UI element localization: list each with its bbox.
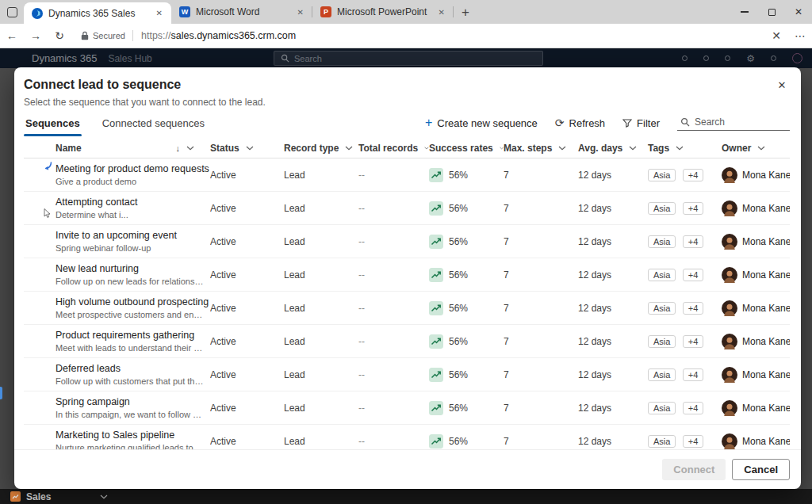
tag-pill-0[interactable]: Asia <box>648 402 676 414</box>
row-select-cell[interactable] <box>24 225 56 258</box>
tag-pill-0[interactable]: Asia <box>648 302 676 315</box>
column-header-owner[interactable]: Owner <box>722 143 790 154</box>
row-name-cell[interactable]: Product requirements gathering Meet with… <box>56 330 210 353</box>
row-record-type: Lead <box>284 369 358 380</box>
row-avg-days: 12 days <box>578 269 648 281</box>
row-name-cell[interactable]: High volume outbound prospecting Meet pr… <box>56 296 210 319</box>
app-header-icon[interactable] <box>771 55 776 61</box>
row-status: Active <box>210 269 284 281</box>
column-label: Total records <box>358 143 418 154</box>
create-new-sequence-button[interactable]: + Create new sequence <box>425 116 538 129</box>
sequence-search[interactable] <box>677 115 790 131</box>
row-select-cell[interactable] <box>24 192 56 224</box>
lock-icon <box>81 31 89 40</box>
maximize-button[interactable] <box>758 0 785 24</box>
tag-pill-1[interactable]: +4 <box>683 402 704 414</box>
column-header-total-records[interactable]: Total records <box>358 143 429 154</box>
tag-pill-0[interactable]: Asia <box>648 269 676 281</box>
table-row[interactable]: Invite to an upcoming event Spring webin… <box>24 225 790 258</box>
tab-connected-sequences[interactable]: Connected sequences <box>101 114 206 136</box>
tag-pill-1[interactable]: +4 <box>683 368 704 381</box>
tag-pill-1[interactable]: +4 <box>683 269 704 281</box>
row-name-cell[interactable]: Deferred leads Follow up with customers … <box>56 363 210 386</box>
row-name-cell[interactable]: Attempting contact Determine what i... <box>56 197 210 220</box>
tag-pill-0[interactable]: Asia <box>648 202 676 215</box>
close-window-button[interactable]: ✕ <box>785 0 812 24</box>
sequence-search-input[interactable] <box>695 116 787 128</box>
row-name-cell[interactable]: Invite to an upcoming event Spring webin… <box>56 230 210 253</box>
table-row[interactable]: High volume outbound prospecting Meet pr… <box>24 292 790 325</box>
table-row[interactable]: Attempting contact Determine what i... A… <box>24 192 790 225</box>
reload-button[interactable]: ↻ <box>48 29 71 42</box>
url-field[interactable]: https://sales.dynamics365.crm.com <box>141 30 296 41</box>
tab-close-icon[interactable]: ✕ <box>295 6 306 18</box>
tag-pill-0[interactable]: Asia <box>648 435 676 448</box>
row-name-cell[interactable]: New lead nurturing Follow up on new lead… <box>56 263 210 286</box>
app-search-input[interactable]: Search <box>274 51 543 66</box>
dialog-close-icon[interactable]: ✕ <box>772 75 791 94</box>
tab-close-icon[interactable]: ✕ <box>436 6 447 18</box>
table-row[interactable]: Product requirements gathering Meet with… <box>24 325 790 358</box>
minimize-button[interactable] <box>731 0 758 24</box>
clear-icon[interactable]: ✕ <box>764 29 788 42</box>
row-name-cell[interactable]: Meeting for product demo requests Give a… <box>56 163 210 186</box>
row-record-type: Lead <box>284 303 358 314</box>
row-select-cell[interactable] <box>24 325 56 357</box>
tag-pill-0[interactable]: Asia <box>648 335 676 348</box>
forward-button[interactable]: → <box>24 29 48 42</box>
column-header-record-type[interactable]: Record type <box>284 143 358 154</box>
row-name-cell[interactable]: Marketing to Sales pipeline Nurture mark… <box>56 430 210 449</box>
browser-tab-dynamics[interactable]: Dynamics 365 Sales ✕ <box>24 2 171 24</box>
row-max-steps: 7 <box>504 336 578 347</box>
browser-tab-powerpoint[interactable]: P Microsoft PowerPoint ✕ <box>312 0 454 24</box>
word-favicon: W <box>179 6 190 17</box>
app-header-icon[interactable] <box>682 55 688 61</box>
table-row[interactable]: Deferred leads Follow up with customers … <box>24 358 790 391</box>
chevron-down-icon[interactable] <box>100 494 108 499</box>
gear-icon[interactable]: ⚙ <box>746 53 755 64</box>
row-owner-cell: Mona Kane <box>722 300 790 316</box>
tag-pill-0[interactable]: Asia <box>648 169 676 181</box>
row-success-rate: 56% <box>449 336 468 347</box>
tag-pill-1[interactable]: +4 <box>683 435 704 448</box>
column-header-status[interactable]: Status <box>210 143 284 154</box>
table-row[interactable]: Marketing to Sales pipeline Nurture mark… <box>24 425 790 449</box>
row-select-cell[interactable] <box>24 258 56 291</box>
back-button[interactable]: ← <box>0 29 24 42</box>
table-row[interactable]: New lead nurturing Follow up on new lead… <box>24 258 790 292</box>
refresh-button[interactable]: ⟳ Refresh <box>555 117 605 129</box>
tab-actions-icon[interactable] <box>7 7 17 17</box>
table-row[interactable]: Meeting for product demo requests Give a… <box>24 158 790 192</box>
column-header-max-steps[interactable]: Max. steps <box>504 143 578 154</box>
row-select-cell[interactable] <box>24 292 56 324</box>
app-header-icon[interactable] <box>725 55 730 61</box>
row-select-cell[interactable] <box>24 358 56 391</box>
connect-button[interactable]: Connect <box>662 459 726 480</box>
tag-pill-1[interactable]: +4 <box>683 169 704 181</box>
more-menu-icon[interactable]: ⋯ <box>788 29 812 42</box>
browser-tab-word[interactable]: W Microsoft Word ✕ <box>171 0 312 24</box>
column-header-avg-days[interactable]: Avg. days <box>578 143 648 154</box>
tag-pill-0[interactable]: Asia <box>648 368 676 381</box>
row-select-cell[interactable] <box>24 425 56 449</box>
tab-sequences[interactable]: Sequences <box>24 114 82 136</box>
row-select-cell[interactable] <box>24 158 56 191</box>
row-select-cell[interactable] <box>24 391 56 424</box>
tab-close-icon[interactable]: ✕ <box>154 7 165 19</box>
new-tab-button[interactable]: + <box>462 6 469 19</box>
row-name: Meeting for product demo requests <box>56 163 210 174</box>
tag-pill-1[interactable]: +4 <box>683 235 704 248</box>
tag-pill-1[interactable]: +4 <box>683 202 704 215</box>
tag-pill-0[interactable]: Asia <box>648 235 676 248</box>
column-header-tags[interactable]: Tags <box>648 143 722 154</box>
tag-pill-1[interactable]: +4 <box>683 335 704 348</box>
column-header-name[interactable]: Name ↓ <box>56 143 210 154</box>
filter-button[interactable]: Filter <box>622 117 660 129</box>
column-header-success-rates[interactable]: Success rates <box>429 143 504 154</box>
app-header-icon[interactable] <box>703 55 709 61</box>
account-avatar[interactable] <box>792 53 802 63</box>
tag-pill-1[interactable]: +4 <box>683 302 704 315</box>
cancel-button[interactable]: Cancel <box>732 459 790 480</box>
row-name-cell[interactable]: Spring campaign In this campaign, we wan… <box>56 396 210 419</box>
table-row[interactable]: Spring campaign In this campaign, we wan… <box>24 391 790 425</box>
